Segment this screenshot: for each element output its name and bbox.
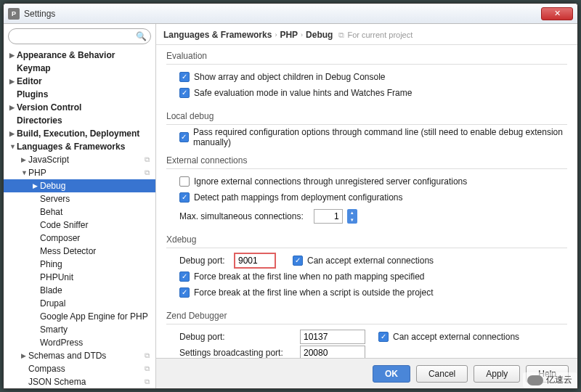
main-panel: Languages & Frameworks › PHP › Debug ⧉ F…	[156, 24, 577, 388]
crumb-mid[interactable]: PHP	[280, 30, 298, 40]
tree-item-label: Schemas and DTDs	[28, 351, 106, 361]
sidebar: 🔍 ▶Appearance & BehaviorKeymap▶EditorPlu…	[4, 24, 156, 388]
tree-item-label: WordPress	[40, 338, 83, 348]
tree-item-label: Code Sniffer	[40, 220, 89, 230]
tree-item-composer[interactable]: Composer	[4, 232, 155, 245]
dialog-footer: OK Cancel Apply Help	[156, 358, 577, 388]
crumb-root[interactable]: Languages & Frameworks	[163, 30, 272, 40]
watermark: 亿速云	[523, 372, 577, 388]
section-evaluation: Evaluation	[166, 51, 567, 61]
checkbox-pass-config[interactable]	[179, 132, 189, 142]
project-scope-icon: ⧉	[145, 155, 150, 164]
title-bar: P Settings ✕	[4, 4, 577, 24]
tree-item-label: Composer	[40, 233, 80, 243]
tree-item-label: Behat	[40, 207, 62, 217]
input-xdebug-port[interactable]	[235, 253, 275, 268]
tree-item-label: Debug	[40, 181, 65, 191]
project-scope-icon: ⧉	[145, 377, 150, 386]
input-max-conn[interactable]	[314, 209, 343, 224]
tree-item-label: JSON Schema	[28, 377, 86, 387]
tree-item-keymap[interactable]: Keymap	[4, 62, 155, 75]
tree-item-code-sniffer[interactable]: Code Sniffer	[4, 219, 155, 232]
label-force-break-nomapping: Force break at the first line when no pa…	[194, 271, 425, 282]
checkbox-safe-eval[interactable]	[179, 88, 190, 98]
tree-item-label: PHPUnit	[40, 272, 73, 282]
tree-item-behat[interactable]: Behat	[4, 205, 155, 219]
chevron-right-icon: ›	[275, 31, 277, 38]
content-area: Evaluation Show array and object childre…	[156, 45, 577, 358]
section-local-debug: Local debug	[166, 111, 567, 121]
tree-item-label: Build, Execution, Deployment	[17, 128, 139, 139]
tree-item-compass[interactable]: Compass⧉	[4, 362, 155, 375]
checkbox-ignore-external[interactable]	[179, 176, 190, 187]
tree-item-php[interactable]: ▼PHP⧉	[4, 166, 155, 179]
tree-item-javascript[interactable]: ▶JavaScript⧉	[4, 153, 155, 166]
tree-item-languages-frameworks[interactable]: ▼Languages & Frameworks	[4, 140, 155, 153]
tree-item-schemas-and-dtds[interactable]: ▶Schemas and DTDs⧉	[4, 349, 155, 362]
watermark-text: 亿速云	[546, 374, 572, 386]
section-zend: Zend Debugger	[166, 311, 567, 321]
label-ignore-external: Ignore external connections through unre…	[194, 176, 467, 187]
apply-button[interactable]: Apply	[474, 365, 520, 383]
label-xdebug-port: Debug port:	[179, 256, 230, 266]
tree-item-google-app-engine-for-php[interactable]: Google App Engine for PHP	[4, 310, 155, 323]
tree-item-phing[interactable]: Phing	[4, 258, 155, 271]
tree-arrow-icon: ▶	[9, 78, 17, 85]
ok-button[interactable]: OK	[373, 365, 410, 383]
checkbox-detect-mappings[interactable]	[179, 192, 190, 203]
label-show-array: Show array and object children in Debug …	[194, 72, 386, 82]
label-zend-accept: Can accept external connections	[393, 332, 519, 342]
chevron-right-icon: ›	[301, 31, 303, 38]
tree-item-directories[interactable]: Directories	[4, 114, 155, 127]
checkbox-force-break-outside[interactable]	[179, 287, 190, 298]
tree-item-wordpress[interactable]: WordPress	[4, 336, 155, 349]
tree-item-plugins[interactable]: Plugins	[4, 88, 155, 101]
tree-item-phpunit[interactable]: PHPUnit	[4, 271, 155, 284]
label-safe-eval: Safe evaluation mode in value hints and …	[194, 88, 412, 98]
tree-item-blade[interactable]: Blade	[4, 284, 155, 297]
label-xdebug-accept: Can accept external connections	[307, 256, 434, 266]
tree-item-version-control[interactable]: ▶Version Control	[4, 101, 155, 114]
input-broadcast-port[interactable]	[300, 346, 365, 358]
tree-item-label: Compass	[28, 364, 65, 374]
tree-item-label: PHP	[28, 168, 46, 178]
search-input[interactable]	[8, 28, 151, 44]
cloud-icon	[527, 375, 543, 385]
tree-item-drupal[interactable]: Drupal	[4, 297, 155, 310]
app-icon: P	[8, 8, 20, 20]
window-title: Settings	[24, 9, 55, 19]
settings-window: P Settings ✕ 🔍 ▶Appearance & BehaviorKey…	[3, 3, 578, 389]
tree-item-label: Languages & Frameworks	[17, 142, 125, 152]
spinner-max-conn[interactable]: ▲▼	[347, 209, 357, 224]
tree-arrow-icon: ▼	[21, 169, 28, 176]
checkbox-xdebug-accept[interactable]	[293, 256, 303, 266]
tree-arrow-icon: ▼	[9, 143, 17, 150]
project-scope-icon: ⧉	[145, 351, 150, 360]
tree-item-label: Google App Engine for PHP	[40, 311, 148, 322]
tree-item-label: Version Control	[17, 102, 81, 113]
label-zend-port: Debug port:	[179, 332, 296, 342]
checkbox-show-array[interactable]	[179, 72, 190, 82]
section-external: External connections	[166, 155, 567, 166]
tree-item-build-execution-deployment[interactable]: ▶Build, Execution, Deployment	[4, 127, 155, 140]
section-xdebug: Xdebug	[166, 234, 567, 245]
tree-item-debug[interactable]: ▶Debug	[4, 179, 155, 192]
tree-item-label: Drupal	[40, 298, 65, 309]
tree-arrow-icon: ▶	[9, 52, 17, 59]
crumb-leaf: Debug	[306, 30, 333, 40]
tree-item-mess-detector[interactable]: Mess Detector	[4, 245, 155, 258]
tree-item-appearance-behavior[interactable]: ▶Appearance & Behavior	[4, 49, 155, 62]
window-close-button[interactable]: ✕	[541, 7, 573, 20]
tree-item-label: Blade	[40, 285, 62, 295]
tree-item-servers[interactable]: Servers	[4, 192, 155, 205]
checkbox-force-break-nomapping[interactable]	[179, 271, 190, 282]
tree-item-smarty[interactable]: Smarty	[4, 323, 155, 336]
settings-tree[interactable]: ▶Appearance & BehaviorKeymap▶EditorPlugi…	[4, 49, 155, 388]
tree-item-json-schema[interactable]: JSON Schema⧉	[4, 375, 155, 388]
checkbox-zend-accept[interactable]	[378, 332, 389, 342]
tree-item-editor[interactable]: ▶Editor	[4, 75, 155, 88]
cancel-button[interactable]: Cancel	[416, 365, 468, 383]
tree-arrow-icon: ▶	[21, 352, 28, 359]
tree-item-label: Appearance & Behavior	[17, 50, 115, 60]
input-zend-port[interactable]	[300, 330, 365, 344]
